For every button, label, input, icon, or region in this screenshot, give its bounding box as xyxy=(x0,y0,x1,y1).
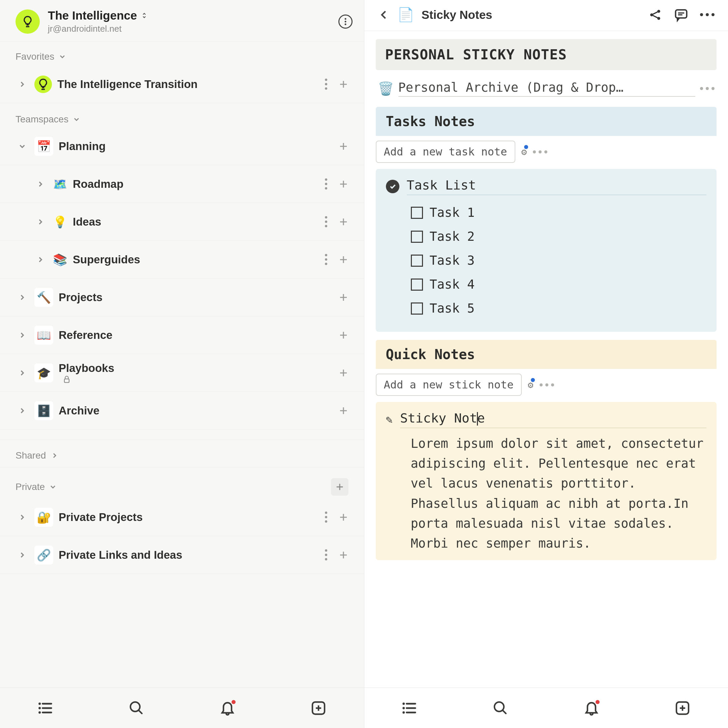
plus-icon xyxy=(338,330,349,340)
comment-icon[interactable] xyxy=(674,8,688,22)
nav-list-button[interactable] xyxy=(399,698,420,718)
page-icon: 🗄️ xyxy=(34,401,53,420)
page-icon: 💡 xyxy=(53,212,67,231)
section-teamspaces[interactable]: Teamspaces xyxy=(0,103,364,127)
archive-text: Personal Archive (Drag & Drop… xyxy=(398,80,696,97)
svg-point-0 xyxy=(344,18,346,20)
chevron-right-icon xyxy=(18,80,27,89)
chevron-down-icon xyxy=(58,53,66,61)
item-more-button[interactable] xyxy=(321,547,332,563)
quick-note-title[interactable]: Sticky Note xyxy=(400,411,707,428)
item-more-button[interactable] xyxy=(321,509,332,525)
item-more-button[interactable] xyxy=(321,214,332,230)
svg-point-5 xyxy=(38,707,41,709)
nav-notifications-button[interactable] xyxy=(581,698,602,718)
item-add-button[interactable] xyxy=(338,179,349,189)
sidebar-item[interactable]: 🎓 Playbooks xyxy=(0,354,364,392)
sidebar-item[interactable]: The Intelligence Transition xyxy=(0,66,364,103)
svg-point-2 xyxy=(344,23,346,25)
section-shared[interactable]: Shared xyxy=(0,440,364,467)
nav-list-button[interactable] xyxy=(35,698,56,718)
task-list-title[interactable]: Task List xyxy=(407,178,707,195)
task-label: Task 2 xyxy=(430,229,475,244)
nav-add-button[interactable] xyxy=(308,698,329,718)
more-button[interactable] xyxy=(700,13,714,16)
doc-icon: 📄 xyxy=(398,7,414,23)
section-favorites[interactable]: Favorites xyxy=(0,42,364,66)
quick-more-button[interactable] xyxy=(540,383,554,386)
nav-search-button[interactable] xyxy=(126,698,147,718)
checkbox[interactable] xyxy=(411,302,423,314)
workspace-title: The Intelligence xyxy=(48,9,137,22)
svg-point-15 xyxy=(403,711,405,714)
sidebar-item[interactable]: 🔗 Private Links and Ideas xyxy=(0,536,364,574)
archive-row[interactable]: 🗑️ Personal Archive (Drag & Drop… xyxy=(376,78,717,99)
chevron-down-icon xyxy=(49,483,57,491)
nav-add-button[interactable] xyxy=(672,698,693,718)
back-button[interactable] xyxy=(378,9,390,21)
sidebar-item[interactable]: 📖 Reference xyxy=(0,316,364,354)
item-more-button[interactable] xyxy=(321,251,332,268)
sidebar-item[interactable]: 💡 Ideas xyxy=(0,203,364,241)
item-add-button[interactable] xyxy=(338,217,349,227)
sidebar-item-label: Ideas xyxy=(73,216,315,228)
sidebar-panel: The Intelligence jr@androidintel.net Fav… xyxy=(0,0,364,728)
item-more-button[interactable] xyxy=(321,76,332,92)
quick-note-body[interactable]: Lorem ipsum dolor sit amet, consectetur … xyxy=(386,434,707,553)
share-icon[interactable] xyxy=(648,8,662,22)
chevron-right-icon xyxy=(18,293,27,302)
workspace-header[interactable]: The Intelligence jr@androidintel.net xyxy=(0,0,364,42)
add-task-note-button[interactable]: Add a new task note xyxy=(376,141,515,163)
item-add-button[interactable] xyxy=(338,512,349,522)
plus-icon xyxy=(338,512,349,522)
doc-title[interactable]: Sticky Notes xyxy=(422,8,641,21)
sidebar-item-label: The Intelligence Transition xyxy=(57,78,315,91)
sidebar-item[interactable]: 📅 Planning xyxy=(0,127,364,165)
add-private-button[interactable] xyxy=(331,478,349,496)
gear-icon[interactable]: ⚙ xyxy=(522,146,527,158)
item-add-button[interactable] xyxy=(338,292,349,302)
task-item[interactable]: Task 5 xyxy=(386,296,707,320)
svg-rect-3 xyxy=(64,379,69,382)
task-item[interactable]: Task 3 xyxy=(386,248,707,273)
item-add-button[interactable] xyxy=(338,79,349,89)
sidebar-item-label: Private Projects xyxy=(59,511,315,524)
item-add-button[interactable] xyxy=(338,254,349,265)
item-add-button[interactable] xyxy=(338,141,349,152)
sticky-notes-heading-text: PERSONAL STICKY NOTES xyxy=(385,46,707,63)
sidebar-item[interactable]: 🔐 Private Projects xyxy=(0,498,364,536)
sidebar-item[interactable]: 🔨 Projects xyxy=(0,279,364,316)
page-icon: 🔗 xyxy=(34,546,53,564)
info-button[interactable] xyxy=(338,14,353,29)
plus-icon xyxy=(338,254,349,265)
checkbox[interactable] xyxy=(411,279,423,291)
page-icon: 🔐 xyxy=(34,508,53,527)
item-add-button[interactable] xyxy=(338,550,349,560)
sidebar-item-label: Superguides xyxy=(73,253,315,266)
switcher-icon[interactable] xyxy=(141,12,148,19)
task-label: Task 3 xyxy=(430,253,475,268)
task-item[interactable]: Task 4 xyxy=(386,273,707,296)
tasks-more-button[interactable] xyxy=(533,150,548,153)
item-more-button[interactable] xyxy=(321,176,332,192)
nav-search-button[interactable] xyxy=(490,698,511,718)
task-item[interactable]: Task 1 xyxy=(386,201,707,225)
gear-icon[interactable]: ⚙ xyxy=(528,379,534,391)
archive-more-button[interactable] xyxy=(700,87,714,90)
checkbox[interactable] xyxy=(411,231,423,243)
teamspaces-label: Teamspaces xyxy=(15,114,69,125)
sidebar-item[interactable]: 🗺️ Roadmap xyxy=(0,165,364,203)
nav-notifications-button[interactable] xyxy=(217,698,238,718)
item-add-button[interactable] xyxy=(338,406,349,416)
quick-note-card: ✎ Sticky Note Lorem ipsum dolor sit amet… xyxy=(376,402,717,560)
item-add-button[interactable] xyxy=(338,330,349,340)
task-item[interactable]: Task 2 xyxy=(386,225,707,248)
add-quick-note-button[interactable]: Add a new stick note xyxy=(376,374,522,396)
workspace-email: jr@androidintel.net xyxy=(48,24,330,34)
checkbox[interactable] xyxy=(411,254,423,267)
checkbox[interactable] xyxy=(411,207,423,219)
sidebar-item[interactable]: 📚 Superguides xyxy=(0,241,364,279)
item-add-button[interactable] xyxy=(338,368,349,378)
sidebar-item[interactable]: 🗄️ Archive xyxy=(0,392,364,429)
section-private[interactable]: Private xyxy=(0,467,364,498)
